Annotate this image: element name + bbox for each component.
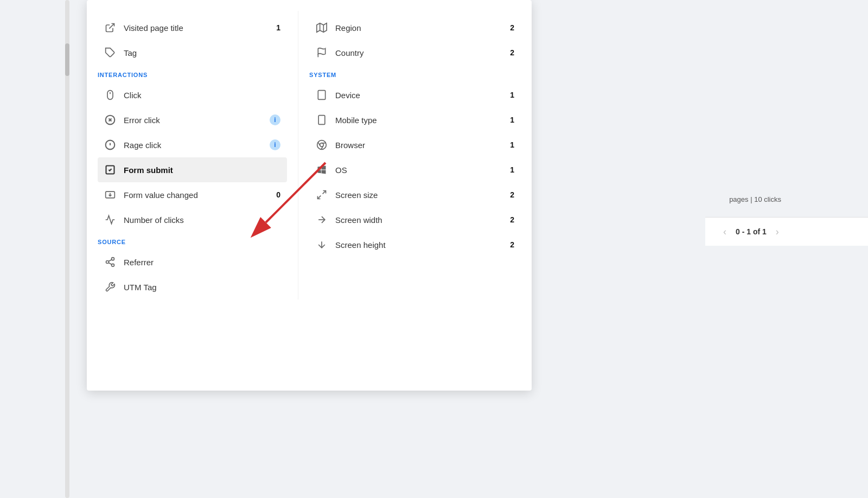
tag-label: Tag: [124, 48, 280, 58]
tag-icon: [104, 47, 116, 59]
svg-line-32: [318, 196, 321, 199]
form-submit-label: Form submit: [124, 165, 280, 175]
mobile-type-count: 1: [503, 116, 514, 124]
menu-item-utm-tag[interactable]: UTM Tag: [98, 274, 287, 299]
menu-item-device[interactable]: Device 1: [309, 82, 521, 107]
screen-height-count: 2: [503, 240, 514, 249]
flag-icon: [316, 47, 328, 59]
menu-item-tag[interactable]: Tag: [98, 40, 287, 65]
system-header: SYSTEM: [309, 65, 521, 82]
visited-page-title-count: 1: [270, 23, 280, 32]
browser-label: Browser: [335, 141, 496, 150]
pagination-next-button[interactable]: ›: [769, 223, 786, 240]
pagination-prev-button[interactable]: ‹: [716, 223, 733, 240]
menu-item-mobile-type[interactable]: Mobile type 1: [309, 107, 521, 132]
svg-line-16: [108, 263, 112, 264]
screen-width-label: Screen width: [335, 215, 496, 225]
menu-item-form-submit[interactable]: Form submit: [98, 157, 287, 182]
menu-item-screen-width[interactable]: Screen width 2: [309, 207, 521, 232]
svg-line-0: [109, 24, 114, 29]
menu-item-visited-page-title[interactable]: Visited page title 1: [98, 15, 287, 40]
svg-marker-18: [317, 23, 327, 33]
os-count: 1: [503, 165, 514, 174]
country-label: Country: [335, 48, 496, 58]
os-label: OS: [335, 165, 496, 175]
menu-item-referrer[interactable]: Referrer: [98, 250, 287, 274]
arrow-right-icon: [316, 214, 328, 226]
menu-item-region[interactable]: Region 2: [309, 15, 521, 40]
pagination-count: 0 - 1 of 1: [736, 227, 767, 236]
form-value-changed-label: Form value changed: [124, 190, 262, 200]
interactions-header: INTERACTIONS: [98, 65, 287, 82]
mobile-type-label: Mobile type: [335, 116, 496, 125]
menu-item-error-click[interactable]: Error click i: [98, 107, 287, 132]
region-label: Region: [335, 23, 496, 33]
menu-item-click[interactable]: Click: [98, 82, 287, 107]
menu-item-screen-height[interactable]: Screen height 2: [309, 232, 521, 257]
top-right-info: pages | 10 clicks: [729, 195, 781, 203]
menu-item-browser[interactable]: Browser 1: [309, 132, 521, 157]
pagination-area: ‹ 0 - 1 of 1 ›: [705, 217, 868, 246]
checkbox-icon: [104, 164, 116, 176]
screen-width-count: 2: [503, 215, 514, 224]
share-icon: [104, 256, 116, 268]
svg-point-13: [112, 258, 114, 260]
source-header: SOURCE: [98, 232, 287, 250]
error-click-label: Error click: [124, 116, 262, 125]
menu-item-os[interactable]: OS 1: [309, 157, 521, 182]
dropdown-panel: Visited page title 1 Tag INTERACTIONS: [87, 0, 532, 391]
visited-page-title-label: Visited page title: [124, 23, 262, 33]
click-label: Click: [124, 91, 280, 100]
resize-icon: [316, 189, 328, 201]
svg-point-14: [106, 261, 109, 264]
svg-point-15: [112, 264, 114, 266]
referrer-label: Referrer: [124, 258, 280, 267]
left-column: Visited page title 1 Tag INTERACTIONS: [87, 11, 298, 299]
svg-line-17: [108, 259, 112, 261]
pagination-nav: ‹ 0 - 1 of 1 ›: [716, 223, 786, 240]
windows-icon: [316, 164, 328, 176]
map-icon: [316, 22, 328, 34]
device-label: Device: [335, 91, 496, 100]
error-click-badge: i: [270, 114, 280, 125]
external-link-icon: [104, 22, 116, 34]
rage-click-label: Rage click: [124, 141, 262, 150]
svg-rect-2: [107, 91, 113, 100]
region-count: 2: [503, 23, 514, 32]
menu-item-screen-size[interactable]: Screen size 2: [309, 182, 521, 207]
screen-size-label: Screen size: [335, 190, 496, 200]
scrollbar[interactable]: [65, 0, 69, 498]
arrow-down-icon: [316, 239, 328, 251]
mouse-icon: [104, 89, 116, 101]
wrench-icon: [104, 281, 116, 293]
rage-click-badge: i: [270, 139, 280, 150]
right-column: Region 2 Country 2 SYSTEM: [298, 11, 532, 299]
screen-size-count: 2: [503, 190, 514, 199]
menu-item-number-of-clicks[interactable]: Number of clicks: [98, 207, 287, 232]
form-value-changed-count: 0: [270, 190, 280, 199]
screen-height-label: Screen height: [335, 240, 496, 250]
phone-icon: [316, 114, 328, 126]
browser-count: 1: [503, 141, 514, 149]
country-count: 2: [503, 48, 514, 57]
utm-tag-label: UTM Tag: [124, 283, 280, 292]
exclamation-icon: [104, 139, 116, 151]
number-of-clicks-label: Number of clicks: [124, 215, 280, 225]
menu-item-form-value-changed[interactable]: Form value changed 0: [98, 182, 287, 207]
activity-icon: [104, 214, 116, 226]
chrome-icon: [316, 139, 328, 151]
svg-line-31: [323, 191, 326, 194]
menu-item-rage-click[interactable]: Rage click i: [98, 132, 287, 157]
menu-item-country[interactable]: Country 2: [309, 40, 521, 65]
tablet-icon: [316, 89, 328, 101]
form-in-icon: [104, 189, 116, 201]
scrollbar-thumb[interactable]: [65, 43, 69, 76]
error-x-icon: [104, 114, 116, 126]
device-count: 1: [503, 91, 514, 99]
